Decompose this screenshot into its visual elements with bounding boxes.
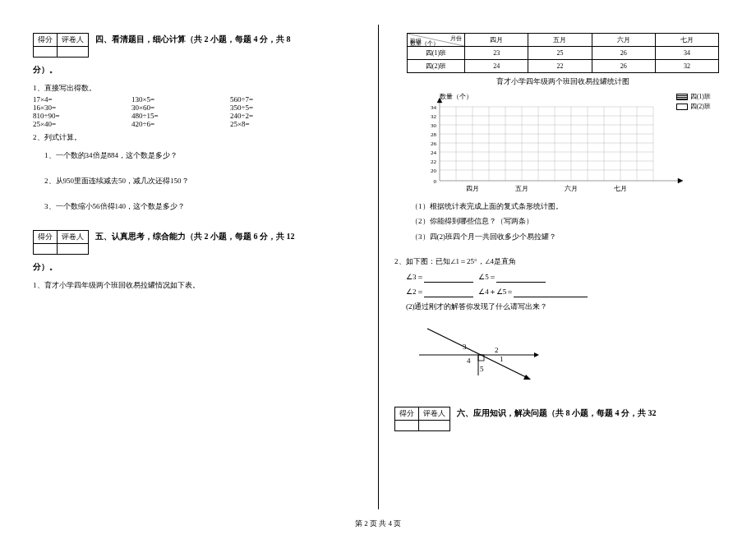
table-cell: 23	[465, 47, 528, 60]
svg-text:2: 2	[495, 346, 499, 354]
table-cell: 25	[528, 47, 592, 60]
s5-q2-head: 2、如下图：已知∠1＝25°，∠4是直角	[394, 255, 731, 267]
angle5-label: ∠5＝	[478, 273, 496, 281]
calc-cell: 420÷6=	[131, 120, 230, 128]
svg-marker-48	[534, 352, 539, 357]
svg-text:四月: 四月	[466, 185, 479, 192]
table-corner: 月份 数量（个） 班级	[408, 34, 465, 47]
svg-text:20: 20	[431, 168, 437, 174]
chart-svg: 数量（个）	[407, 90, 719, 197]
class-label: 四(1)班	[408, 47, 465, 60]
calc-cell: 240÷2=	[230, 112, 329, 120]
table-cell: 26	[592, 47, 655, 60]
chart-area: 四(1)班 四(2)班 数量（个）	[407, 90, 719, 197]
ylabel: 数量（个）	[440, 93, 472, 100]
section4-header: 得分 评卷人 四、看清题目，细心计算（共 2 小题，每题 4 分，共 8	[33, 33, 353, 58]
table-cell: 32	[655, 60, 718, 73]
calc-cell: 560÷7=	[230, 95, 329, 104]
score-box: 得分 评卷人	[394, 407, 450, 431]
s5-q2-line2: ∠2＝ ∠4＋∠5＝	[406, 286, 731, 297]
svg-text:五月: 五月	[515, 185, 528, 192]
grader-cell	[58, 243, 89, 254]
calc-row: 25×40= 420÷6= 25×8=	[33, 120, 353, 128]
score-cell	[395, 420, 419, 430]
svg-text:3: 3	[463, 343, 467, 351]
calc-cell: 30×60=	[131, 104, 230, 112]
section6-header: 得分 评卷人 六、应用知识，解决问题（共 8 小题，每题 4 分，共 32	[394, 407, 731, 431]
grader-cell	[419, 420, 450, 430]
grader-label: 评卷人	[58, 34, 89, 47]
blank	[496, 274, 546, 283]
blank	[424, 289, 473, 297]
right-column: 月份 数量（个） 班级 四月 五月 六月 七月 四(1)班 23 25 26 3…	[378, 0, 756, 534]
left-column: 得分 评卷人 四、看清题目，细心计算（共 2 小题，每题 4 分，共 8 分）。…	[0, 0, 378, 534]
score-label: 得分	[395, 407, 419, 420]
svg-text:32: 32	[431, 113, 437, 120]
score-cell	[34, 243, 58, 254]
section4-title-cont: 分）。	[33, 64, 353, 76]
section6-title: 六、应用知识，解决问题（共 8 小题，每题 4 分，共 32	[457, 407, 657, 420]
svg-text:30: 30	[431, 122, 437, 129]
calc-row: 17×4= 130×5= 560÷7=	[33, 95, 353, 104]
svg-text:0: 0	[434, 178, 437, 185]
month-header: 五月	[528, 34, 592, 47]
score-label: 得分	[34, 34, 58, 47]
score-box: 得分 评卷人	[33, 33, 89, 58]
section5-title: 五、认真思考，综合能力（共 2 小题，每题 6 分，共 12	[95, 230, 295, 243]
page-footer: 第 2 页 共 4 页	[0, 518, 756, 529]
calc-cell: 130×5=	[131, 95, 230, 104]
svg-line-40	[427, 329, 526, 377]
score-box: 得分 评卷人	[33, 230, 89, 255]
legend-label-1: 四(1)班	[690, 92, 711, 101]
score-label: 得分	[34, 230, 58, 243]
svg-text:5: 5	[480, 365, 484, 373]
s4-q1: 1、直接写出得数。	[33, 82, 353, 94]
s4-q2: 2、列式计算。	[33, 131, 353, 143]
s5-q1: 1、育才小学四年级两个班回收易拉罐情况如下表。	[33, 279, 353, 291]
calc-row: 810÷90= 480÷15= 240÷2=	[33, 112, 353, 120]
table-cell: 24	[465, 60, 528, 73]
svg-text:24: 24	[431, 150, 437, 156]
angle45-label: ∠4＋∠5＝	[478, 288, 514, 296]
chart-legend: 四(1)班 四(2)班	[676, 92, 711, 112]
svg-text:1: 1	[500, 355, 504, 363]
month-header: 六月	[592, 34, 655, 47]
month-header: 四月	[465, 34, 528, 47]
angle2-label: ∠2＝	[406, 288, 424, 296]
svg-marker-3	[678, 178, 683, 183]
legend-label-2: 四(2)班	[690, 102, 711, 111]
svg-text:4: 4	[467, 357, 471, 365]
legend-swatch-2	[676, 104, 688, 110]
grader-label: 评卷人	[58, 230, 89, 243]
calc-cell: 810÷90=	[33, 112, 131, 120]
table-cell: 26	[592, 60, 655, 73]
s5-q2-line1: ∠3＝ ∠5＝	[406, 271, 731, 283]
class-label: 四(2)班	[408, 60, 465, 73]
svg-text:26: 26	[431, 140, 437, 147]
angle-figure: 2 1 3 4 5	[411, 318, 731, 385]
calc-cell: 25×8=	[230, 120, 329, 128]
table-cell: 34	[655, 47, 718, 60]
corner-top: 月份	[450, 35, 462, 43]
svg-text:34: 34	[431, 104, 437, 111]
s4-q2c: 3、一个数缩小56倍得140，这个数是多少？	[44, 201, 353, 212]
svg-text:七月: 七月	[614, 185, 627, 192]
grader-cell	[58, 47, 89, 58]
svg-text:六月: 六月	[565, 185, 578, 192]
corner-bottom: 班级	[410, 37, 422, 45]
s5-q2-line3: (2)通过刚才的解答你发现了什么请写出来？	[406, 301, 731, 312]
calc-cell: 17×4=	[33, 95, 131, 104]
calc-cell: 25×40=	[33, 120, 131, 128]
legend-swatch-1	[676, 94, 688, 100]
blank	[514, 289, 588, 297]
angle3-label: ∠3＝	[406, 273, 424, 281]
chart-title: 育才小学四年级两个班回收易拉罐统计图	[394, 76, 731, 87]
section5-title-cont: 分）。	[33, 261, 353, 273]
section5-header: 得分 评卷人 五、认真思考，综合能力（共 2 小题，每题 6 分，共 12	[33, 230, 353, 255]
data-table: 月份 数量（个） 班级 四月 五月 六月 七月 四(1)班 23 25 26 3…	[407, 33, 719, 73]
score-cell	[34, 47, 58, 58]
section4-title: 四、看清题目，细心计算（共 2 小题，每题 4 分，共 8	[95, 33, 291, 46]
svg-text:22: 22	[431, 159, 437, 165]
table-cell: 22	[528, 60, 592, 73]
s5-sub-c: （3）四(2)班四个月一共回收多少个易拉罐？	[411, 231, 731, 242]
